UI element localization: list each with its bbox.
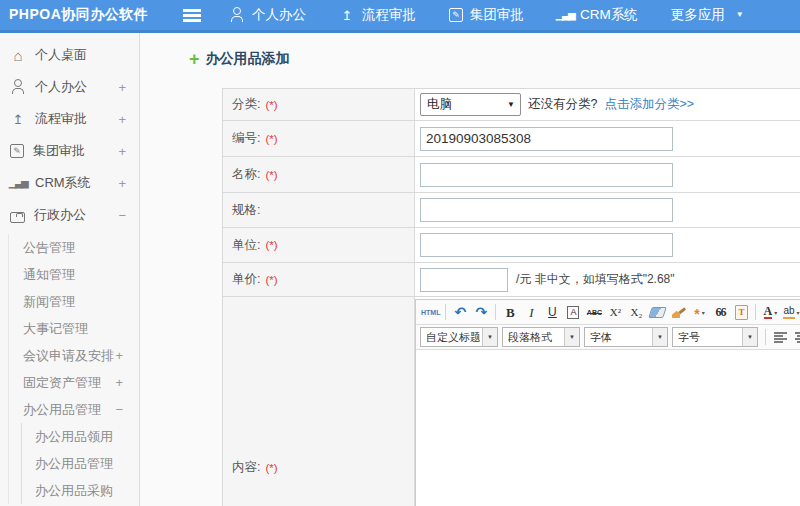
caret-down-icon: ▼: [742, 328, 757, 346]
subsubmenu-item-2[interactable]: 办公用品管理: [22, 450, 139, 477]
paragraph-format-select-value: 段落格式: [503, 330, 564, 345]
add-category-link[interactable]: 点击添加分类>>: [604, 96, 694, 113]
subsubmenu-item-1[interactable]: 办公用品领用: [22, 423, 139, 450]
form-value-cell: /元 非中文，如填写格式"2.68": [415, 263, 800, 296]
eraser-button[interactable]: [647, 303, 667, 322]
expand-toggle[interactable]: +: [115, 375, 123, 390]
subsubmenu-item-3[interactable]: 办公用品采购: [22, 477, 139, 504]
nav-item-5[interactable]: 更多应用▼: [671, 6, 748, 24]
unit-input[interactable]: [420, 233, 673, 257]
html-source-icon: HTML: [421, 309, 440, 316]
italic-button[interactable]: I: [521, 303, 541, 322]
paragraph-format-select[interactable]: 段落格式▼: [502, 327, 580, 347]
clean-format-button[interactable]: [668, 303, 688, 322]
form-label-cell: 名称:(*): [223, 157, 415, 192]
font-border-button[interactable]: A: [563, 303, 583, 322]
paste-button[interactable]: T: [731, 303, 751, 322]
chart-icon: ▁▃▅: [557, 8, 573, 22]
required-marker: (*): [265, 133, 277, 145]
align-center-icon: [795, 332, 800, 343]
sidebar-item-label: CRM系统: [35, 174, 109, 192]
submenu-item-3[interactable]: 新闻管理: [9, 288, 139, 315]
caret-down-icon: ▼: [482, 328, 497, 346]
field-label: 内容:: [232, 459, 260, 476]
undo-button[interactable]: ↶: [450, 303, 470, 322]
sidebar-item-3[interactable]: ↥流程审批+: [0, 103, 139, 135]
strikethrough-icon: ABC: [587, 309, 602, 316]
sidebar-item-1[interactable]: ⌂个人桌面: [0, 39, 139, 71]
underline-button[interactable]: U: [542, 303, 562, 322]
expand-toggle[interactable]: +: [118, 112, 126, 127]
submenu-item-2[interactable]: 通知管理: [9, 261, 139, 288]
form-row-unit-input: 单位:(*): [223, 228, 800, 263]
required-marker: (*): [265, 462, 277, 474]
sidebar-item-6[interactable]: 行政办公−: [0, 199, 139, 231]
html-source-button[interactable]: HTML: [420, 303, 441, 322]
expand-toggle[interactable]: +: [118, 80, 126, 95]
sidebar-item-4[interactable]: ✎集团审批+: [0, 135, 139, 167]
superscript-button[interactable]: X²: [605, 303, 625, 322]
category-select[interactable]: 电脑▼: [420, 93, 521, 116]
font-family-select-value: 字体: [585, 330, 652, 345]
highlight-color-button[interactable]: ab▾: [781, 303, 800, 322]
submenu-item-7[interactable]: 办公用品管理−: [9, 396, 139, 423]
strikethrough-button[interactable]: ABC: [584, 303, 604, 322]
nav-item-2[interactable]: ↥流程审批: [339, 6, 416, 24]
nav-item-4[interactable]: ▁▃▅CRM系统: [557, 6, 638, 24]
chart-icon: ▁▃▅: [10, 176, 26, 190]
form-row-category-select: 分类:(*)电脑▼还没有分类?点击添加分类>>: [223, 89, 800, 121]
editor-content-area[interactable]: [416, 350, 800, 506]
sidebar-item-label: 流程审批: [35, 110, 109, 128]
required-marker: (*): [265, 99, 277, 111]
form-label-cell: 分类:(*): [223, 89, 415, 120]
style-select[interactable]: 自定义标题▼: [420, 327, 498, 347]
blockquote-button[interactable]: 66: [710, 303, 730, 322]
clean-format-icon: [672, 306, 685, 318]
blockquote-icon: 66: [715, 306, 725, 318]
font-size-select-value: 字号: [673, 330, 742, 345]
top-bar: PHPOA协同办公软件 个人办公↥流程审批✎集团审批▁▃▅CRM系统更多应用▼: [0, 0, 800, 33]
briefcase-icon: [10, 212, 25, 223]
sidebar-item-2[interactable]: 个人办公+: [0, 71, 139, 103]
submenu-item-5[interactable]: 会议申请及安排+: [9, 342, 139, 369]
superscript-icon: X²: [610, 307, 621, 318]
caret-down-icon: ▼: [507, 100, 515, 109]
submenu-item-6[interactable]: 固定资产管理+: [9, 369, 139, 396]
page-title: 办公用品添加: [189, 50, 800, 68]
spec-input[interactable]: [420, 198, 673, 222]
hamburger-icon[interactable]: [183, 9, 201, 22]
align-center-button[interactable]: [791, 328, 800, 347]
required-marker: (*): [265, 274, 277, 286]
toolbar-separator: [495, 304, 496, 320]
bold-button[interactable]: B: [500, 303, 520, 322]
nav-item-1[interactable]: 个人办公: [229, 6, 306, 24]
editor-toolbar-row-2: 自定义标题▼段落格式▼字体▼字号▼: [416, 325, 800, 350]
expand-toggle[interactable]: −: [115, 402, 123, 417]
redo-button[interactable]: ↷: [471, 303, 491, 322]
align-left-button[interactable]: [770, 328, 790, 347]
top-nav: 个人办公↥流程审批✎集团审批▁▃▅CRM系统更多应用▼: [229, 6, 748, 24]
expand-toggle[interactable]: +: [118, 176, 126, 191]
nav-item-3[interactable]: ✎集团审批: [449, 6, 524, 24]
expand-toggle[interactable]: −: [118, 208, 126, 223]
name-input[interactable]: [420, 163, 673, 187]
edit-icon: ✎: [449, 8, 463, 22]
sidebar-item-label: 行政办公: [34, 206, 109, 224]
sidebar-item-5[interactable]: ▁▃▅CRM系统+: [0, 167, 139, 199]
style-select-value: 自定义标题: [421, 330, 482, 345]
expand-toggle[interactable]: +: [118, 144, 126, 159]
subscript-button[interactable]: X₂: [626, 303, 646, 322]
page-title-text: 办公用品添加: [206, 50, 290, 68]
submenu-item-label: 新闻管理: [23, 293, 123, 311]
expand-toggle[interactable]: +: [115, 348, 123, 363]
price-input[interactable]: [420, 268, 508, 292]
submenu-item-4[interactable]: 大事记管理: [9, 315, 139, 342]
font-family-select[interactable]: 字体▼: [584, 327, 668, 347]
nav-item-label: 更多应用: [671, 6, 725, 24]
sidebar-submenu: 公告管理通知管理新闻管理大事记管理会议申请及安排+固定资产管理+办公用品管理−办…: [8, 234, 139, 504]
submenu-item-1[interactable]: 公告管理: [9, 234, 139, 261]
number-input[interactable]: [420, 127, 673, 151]
font-size-select[interactable]: 字号▼: [672, 327, 758, 347]
font-color-button[interactable]: A▾: [760, 303, 780, 322]
format-painter-button[interactable]: *▾: [689, 303, 709, 322]
